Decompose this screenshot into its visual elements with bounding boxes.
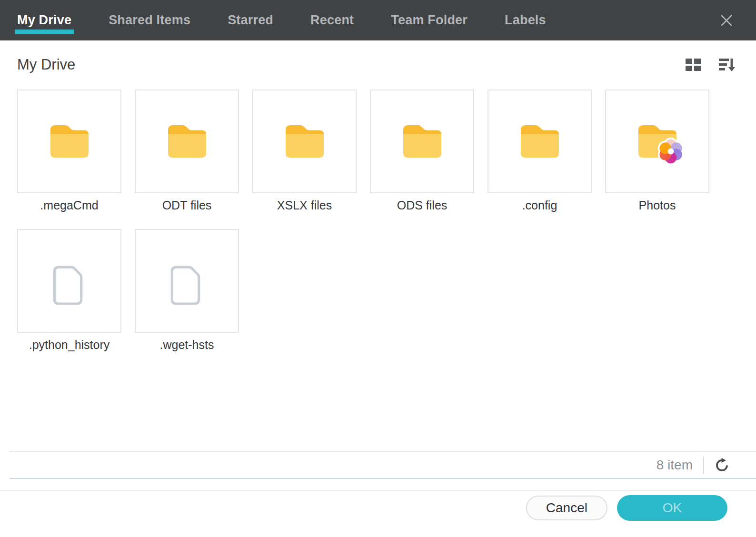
status-bar: 8 item: [10, 451, 756, 479]
tab-shared-items[interactable]: Shared Items: [109, 0, 190, 40]
ok-button[interactable]: OK: [617, 495, 727, 521]
item-card: [252, 90, 357, 193]
content-header: My Drive: [17, 52, 735, 77]
tab-label: Starred: [228, 13, 273, 28]
tab-label: Labels: [505, 13, 546, 28]
folder-icon: [521, 125, 559, 158]
tab-bar: My Drive Shared Items Starred Recent Tea…: [0, 0, 756, 40]
grid-item[interactable]: .config: [487, 90, 592, 212]
file-picker-dialog: My Drive Shared Items Starred Recent Tea…: [0, 0, 756, 537]
tab-my-drive[interactable]: My Drive: [17, 0, 71, 40]
sort-button[interactable]: [719, 58, 735, 72]
grid-view-icon: [686, 59, 701, 71]
tab-label: Team Folder: [391, 13, 468, 28]
footer: Cancel OK: [526, 495, 727, 521]
refresh-button[interactable]: [715, 458, 729, 473]
grid-view-button[interactable]: [686, 59, 701, 71]
item-card: [487, 90, 592, 193]
item-label: ODT files: [135, 199, 239, 212]
grid-item[interactable]: Photos: [605, 90, 709, 212]
tab-label: Recent: [310, 13, 354, 28]
item-label: .wget-hsts: [135, 338, 239, 352]
folder-icon: [50, 125, 89, 158]
grid-item[interactable]: .python_history: [17, 229, 121, 352]
folder-icon: [168, 125, 206, 158]
item-card: [370, 90, 474, 193]
view-controls: [686, 58, 735, 72]
grid-item[interactable]: XSLX files: [252, 90, 357, 212]
page-title: My Drive: [17, 56, 75, 73]
tab-labels[interactable]: Labels: [505, 0, 546, 40]
file-icon: [168, 265, 203, 305]
item-label: .python_history: [17, 338, 121, 352]
item-card: [135, 229, 239, 333]
folder-icon: [403, 125, 441, 158]
close-button[interactable]: [716, 10, 737, 31]
grid-item[interactable]: ODT files: [135, 90, 239, 212]
grid-item[interactable]: .megaCmd: [17, 90, 121, 212]
item-label: ODS files: [370, 199, 474, 212]
cancel-button[interactable]: Cancel: [526, 496, 607, 520]
item-label: Photos: [605, 199, 709, 212]
file-icon: [50, 265, 86, 305]
item-count: 8 item: [657, 457, 693, 473]
refresh-icon: [715, 458, 729, 473]
tab-recent[interactable]: Recent: [310, 0, 354, 40]
sort-descending-icon: [719, 58, 735, 72]
item-label: .config: [487, 199, 592, 212]
item-card: [17, 90, 121, 193]
grid-item[interactable]: .wget-hsts: [135, 229, 239, 352]
grid-item[interactable]: ODS files: [370, 90, 474, 212]
item-card: [17, 229, 121, 333]
item-card: [605, 90, 709, 193]
close-icon: [718, 12, 735, 29]
tab-starred[interactable]: Starred: [228, 0, 273, 40]
tab-label: My Drive: [17, 13, 71, 28]
status-divider: [703, 457, 704, 474]
photos-flower-icon: [657, 138, 685, 165]
footer-separator: [0, 490, 756, 491]
item-card: [135, 90, 239, 193]
tab-list: My Drive Shared Items Starred Recent Tea…: [17, 0, 546, 40]
tab-team-folder[interactable]: Team Folder: [391, 0, 468, 40]
item-label: .megaCmd: [17, 199, 121, 212]
file-grid: .megaCmd: [17, 90, 722, 352]
tab-label: Shared Items: [109, 13, 190, 28]
item-label: XSLX files: [252, 199, 357, 212]
folder-icon: [286, 125, 324, 158]
